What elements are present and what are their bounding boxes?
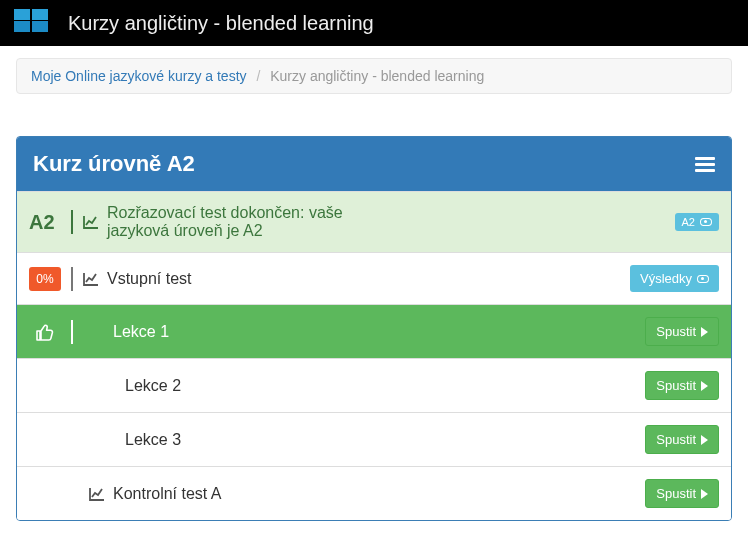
breadcrumb-container: Moje Online jazykové kurzy a testy / Kur…	[0, 46, 748, 102]
app-logo[interactable]	[14, 9, 50, 37]
chart-icon	[89, 487, 105, 501]
panel-title: Kurz úrovně A2	[33, 151, 195, 177]
breadcrumb-current: Kurzy angličtiny - blended learning	[270, 68, 484, 84]
lesson-2-row[interactable]: Lekce 2 Spustit	[17, 358, 731, 412]
panel-heading: Kurz úrovně A2	[17, 137, 731, 191]
topbar: Kurzy angličtiny - blended learning	[0, 0, 748, 46]
eye-icon	[697, 275, 709, 283]
divider	[71, 210, 73, 234]
breadcrumb: Moje Online jazykové kurzy a testy / Kur…	[16, 58, 732, 94]
level-badge: A2	[29, 211, 61, 234]
start-test-a-button[interactable]: Spustit	[645, 479, 719, 508]
entry-test-label: Vstupní test	[107, 270, 192, 288]
start-lesson-1-button[interactable]: Spustit	[645, 317, 719, 346]
play-icon	[701, 489, 708, 499]
start-lesson-3-button[interactable]: Spustit	[645, 425, 719, 454]
view-level-button[interactable]: A2	[675, 213, 719, 231]
divider	[71, 267, 73, 291]
control-test-a-label: Kontrolní test A	[113, 485, 222, 503]
start-lesson-2-button[interactable]: Spustit	[645, 371, 719, 400]
placement-test-label: Rozřazovací test dokončen: vaše jazyková…	[107, 204, 379, 240]
play-icon	[701, 435, 708, 445]
lesson-1-row[interactable]: Lekce 1 Spustit	[17, 304, 731, 358]
results-button[interactable]: Výsledky	[630, 265, 719, 292]
lesson-3-row[interactable]: Lekce 3 Spustit	[17, 412, 731, 466]
entry-test-row: 0% Vstupní test Výsledky	[17, 252, 731, 304]
play-icon	[701, 327, 708, 337]
lesson-3-label: Lekce 3	[125, 431, 181, 449]
lesson-1-label: Lekce 1	[113, 323, 169, 341]
thumbs-up-icon	[29, 322, 61, 342]
lesson-2-label: Lekce 2	[125, 377, 181, 395]
panel-menu-icon[interactable]	[695, 154, 715, 175]
progress-badge: 0%	[29, 267, 61, 291]
breadcrumb-home-link[interactable]: Moje Online jazykové kurzy a testy	[31, 68, 247, 84]
placement-test-row: A2 Rozřazovací test dokončen: vaše jazyk…	[17, 191, 731, 252]
eye-icon	[700, 218, 712, 226]
course-panel: Kurz úrovně A2 A2 Rozřazovací test dokon…	[16, 136, 732, 521]
control-test-a-row[interactable]: Kontrolní test A Spustit	[17, 466, 731, 520]
play-icon	[701, 381, 708, 391]
chart-icon	[83, 215, 99, 229]
chart-icon	[83, 272, 99, 286]
topbar-title: Kurzy angličtiny - blended learning	[68, 12, 374, 35]
divider	[71, 320, 73, 344]
breadcrumb-separator: /	[250, 68, 266, 84]
